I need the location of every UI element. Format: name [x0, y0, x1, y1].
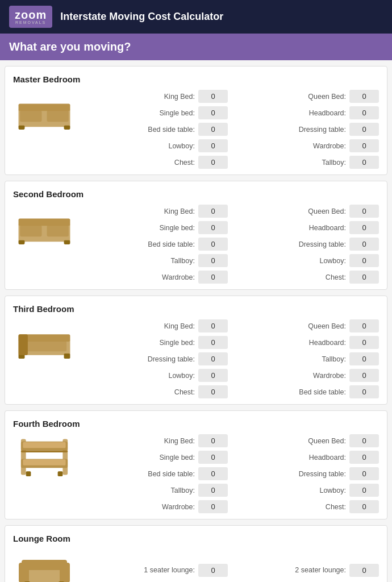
field-label: Lowboy:: [232, 487, 346, 494]
field-input[interactable]: [198, 319, 228, 332]
svg-rect-24: [21, 451, 68, 453]
field-input[interactable]: [198, 484, 228, 497]
field-input[interactable]: [349, 369, 379, 382]
field-label: Queen Bed:: [232, 93, 346, 101]
field-row: Single bed:: [81, 106, 228, 119]
field-row: Bed side table:: [81, 123, 228, 136]
field-input[interactable]: [349, 90, 379, 103]
field-input[interactable]: [198, 205, 228, 218]
field-row: Headboard:: [232, 221, 379, 234]
field-label: Single bed:: [81, 224, 195, 232]
field-input[interactable]: [198, 254, 228, 267]
field-input[interactable]: [198, 271, 228, 284]
field-row: Queen Bed:: [232, 319, 379, 332]
field-row: King Bed:: [81, 90, 228, 103]
field-row: Chest:: [232, 271, 379, 284]
field-label: Dressing table:: [232, 240, 346, 248]
field-input[interactable]: [198, 139, 228, 152]
master-bedroom-image: [13, 90, 76, 169]
fourth-bedroom-section: Fourth Bedroom King Bed:Queen Bed:Single…: [5, 410, 387, 519]
field-input[interactable]: [198, 238, 228, 251]
svg-rect-16: [64, 354, 70, 359]
field-label: Bed side table:: [81, 470, 195, 478]
field-input[interactable]: [349, 336, 379, 349]
field-label: Headboard:: [232, 224, 346, 232]
field-input[interactable]: [349, 451, 379, 464]
field-row: Dressing table:: [81, 352, 228, 365]
field-row: Dressing table:: [232, 238, 379, 251]
svg-rect-25: [26, 471, 31, 476]
field-input[interactable]: [349, 500, 379, 513]
field-row: Single bed:: [81, 336, 228, 349]
field-input[interactable]: [198, 467, 228, 480]
field-input[interactable]: [198, 123, 228, 136]
svg-rect-1: [19, 103, 70, 111]
field-input[interactable]: [198, 336, 228, 349]
lounge-room-image: [13, 549, 76, 582]
field-row: Headboard:: [232, 106, 379, 119]
svg-rect-4: [19, 126, 25, 130]
field-input[interactable]: [198, 434, 228, 447]
field-row: Tallboy:: [81, 254, 228, 267]
field-input[interactable]: [198, 221, 228, 234]
field-label: Wardrobe:: [81, 273, 195, 281]
field-input[interactable]: [349, 156, 379, 169]
field-row: Wardrobe:: [81, 271, 228, 284]
field-input[interactable]: [349, 271, 379, 284]
field-input[interactable]: [198, 106, 228, 119]
field-input[interactable]: [198, 369, 228, 382]
field-label: Wardrobe:: [81, 503, 195, 511]
field-input[interactable]: [349, 123, 379, 136]
field-input[interactable]: [349, 385, 379, 398]
svg-rect-2: [20, 110, 41, 122]
field-input[interactable]: [198, 156, 228, 169]
field-input[interactable]: [349, 106, 379, 119]
svg-rect-8: [20, 225, 41, 236]
field-input[interactable]: [198, 90, 228, 103]
field-input[interactable]: [349, 564, 379, 577]
field-label: Chest:: [81, 159, 195, 167]
field-row: King Bed:: [81, 319, 228, 332]
field-input[interactable]: [349, 221, 379, 234]
field-input[interactable]: [349, 467, 379, 480]
field-label: Single bed:: [81, 339, 195, 347]
field-row: Bed side table:: [81, 238, 228, 251]
field-label: Dressing table:: [232, 126, 346, 134]
field-label: Single bed:: [81, 454, 195, 462]
field-input[interactable]: [349, 352, 379, 365]
field-input[interactable]: [198, 564, 228, 577]
field-label: King Bed:: [81, 437, 195, 445]
svg-rect-3: [47, 110, 69, 122]
field-label: Tallboy:: [81, 257, 195, 265]
second-bedroom-header: Second Bedroom: [13, 189, 379, 199]
field-input[interactable]: [349, 484, 379, 497]
field-input[interactable]: [198, 352, 228, 365]
lounge-room-body: 1 seater lounge:2 seater lounge:: [13, 549, 379, 582]
field-input[interactable]: [349, 238, 379, 251]
field-input[interactable]: [198, 500, 228, 513]
lounge-room-header: Lounge Room: [13, 534, 379, 543]
field-row: Single bed:: [81, 221, 228, 234]
field-label: Lowboy:: [81, 372, 195, 380]
svg-rect-26: [58, 471, 63, 476]
field-row: Dressing table:: [232, 467, 379, 480]
field-label: Lowboy:: [81, 142, 195, 150]
field-label: Chest:: [81, 388, 195, 396]
field-input[interactable]: [198, 451, 228, 464]
svg-rect-30: [22, 560, 67, 570]
field-input[interactable]: [349, 205, 379, 218]
field-label: King Bed:: [81, 93, 195, 101]
field-input[interactable]: [349, 139, 379, 152]
third-bedroom-image: [13, 319, 76, 398]
field-input[interactable]: [198, 385, 228, 398]
field-row: 2 seater lounge:: [232, 549, 379, 582]
field-row: Tallboy:: [232, 352, 379, 365]
app-header: zoom REMOVALS Interstate Moving Cost Cal…: [0, 0, 392, 34]
fourth-bedroom-header: Fourth Bedroom: [13, 419, 379, 429]
field-input[interactable]: [349, 254, 379, 267]
field-input[interactable]: [349, 434, 379, 447]
field-label: Headboard:: [232, 339, 346, 347]
field-row: Chest:: [232, 500, 379, 513]
field-input[interactable]: [349, 319, 379, 332]
second-bedroom-body: King Bed:Queen Bed:Single bed:Headboard:…: [13, 205, 379, 284]
